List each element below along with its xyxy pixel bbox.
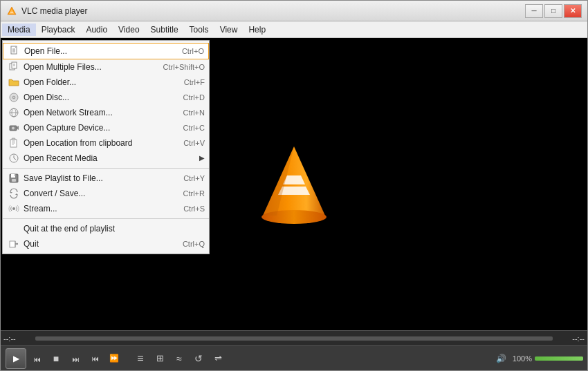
svg-rect-9 bbox=[12, 62, 17, 68]
prev-icon bbox=[33, 353, 41, 364]
play-button[interactable] bbox=[6, 348, 26, 369]
ext-button[interactable]: ⊞ bbox=[151, 350, 169, 368]
extended-icon: ⊞ bbox=[156, 353, 164, 363]
menu-media[interactable]: Media bbox=[2, 23, 36, 36]
volume-slider[interactable] bbox=[535, 356, 583, 361]
playlist-button[interactable] bbox=[131, 350, 149, 368]
window-title: VLC media player bbox=[21, 6, 525, 16]
svg-rect-32 bbox=[12, 179, 16, 182]
svg-rect-2 bbox=[10, 12, 13, 13]
skip-forward-button[interactable] bbox=[66, 350, 84, 368]
frame-fwd-icon: ⏩ bbox=[109, 354, 119, 363]
convert-shortcut: Ctrl+R bbox=[183, 189, 205, 198]
next-icon bbox=[72, 353, 80, 364]
menu-tools[interactable]: Tools bbox=[184, 21, 214, 37]
menu-view[interactable]: View bbox=[214, 21, 244, 37]
convert-label: Convert / Save... bbox=[24, 189, 169, 198]
recent-icon bbox=[7, 153, 21, 164]
menu-open-location[interactable]: Open Location from clipboard Ctrl+V bbox=[3, 135, 209, 151]
frame-fwd-button[interactable]: ⏩ bbox=[105, 350, 123, 368]
skip-back-button[interactable] bbox=[28, 350, 46, 368]
svg-marker-39 bbox=[17, 242, 18, 245]
menu-video[interactable]: Video bbox=[113, 21, 145, 37]
svg-point-35 bbox=[12, 207, 15, 210]
quit-icon bbox=[7, 238, 21, 249]
close-button[interactable]: ✕ bbox=[564, 4, 582, 18]
svg-line-28 bbox=[14, 158, 16, 160]
restore-button[interactable]: □ bbox=[544, 4, 562, 18]
menu-quit[interactable]: Quit Ctrl+Q bbox=[3, 236, 209, 251]
loop-icon: ↺ bbox=[194, 353, 203, 364]
window-controls: ─ □ ✕ bbox=[525, 4, 582, 18]
svg-rect-36 bbox=[10, 241, 15, 247]
progress-bar-area: --:-- --:-- bbox=[1, 330, 587, 345]
menu-open-multiple[interactable]: Open Multiple Files... Ctrl+Shift+O bbox=[3, 59, 209, 75]
save-playlist-label: Save Playlist to File... bbox=[24, 173, 169, 183]
vlc-cone bbox=[252, 140, 336, 229]
play-icon bbox=[13, 354, 19, 363]
menu-open-file[interactable]: Open File... Ctrl+O bbox=[3, 43, 209, 59]
open-capture-shortcut: Ctrl+C bbox=[183, 124, 205, 132]
menu-subtitle[interactable]: Subtitle bbox=[145, 21, 184, 37]
shuffle-icon: ⇌ bbox=[214, 353, 222, 363]
effects-icon: ≈ bbox=[176, 353, 182, 364]
stream-shortcut: Ctrl+S bbox=[183, 204, 205, 213]
open-disc-label: Open Disc... bbox=[24, 93, 169, 102]
capture-icon bbox=[7, 122, 21, 133]
menu-help[interactable]: Help bbox=[243, 21, 271, 37]
separator-2 bbox=[3, 218, 209, 219]
menu-bar: Media Open File... Ctrl+ bbox=[1, 21, 587, 38]
open-location-shortcut: Ctrl+V bbox=[183, 139, 205, 147]
save-playlist-icon bbox=[7, 173, 21, 184]
open-recent-arrow: ▶ bbox=[199, 154, 205, 162]
frame-back-button[interactable]: ⏮ bbox=[86, 350, 104, 368]
time-elapsed: --:-- bbox=[3, 334, 31, 343]
open-capture-label: Open Capture Device... bbox=[24, 123, 169, 133]
svg-marker-34 bbox=[10, 192, 12, 193]
stream-label: Stream... bbox=[24, 204, 169, 213]
menu-convert[interactable]: Convert / Save... Ctrl+R bbox=[3, 186, 209, 201]
svg-rect-31 bbox=[15, 174, 16, 176]
volume-fill bbox=[535, 356, 583, 361]
shuffle-button[interactable]: ⇌ bbox=[209, 350, 227, 368]
svg-point-14 bbox=[13, 97, 15, 98]
quit-shortcut: Ctrl+Q bbox=[183, 240, 205, 248]
menu-open-network[interactable]: Open Network Stream... Ctrl+N bbox=[3, 105, 209, 120]
title-bar: VLC media player ─ □ ✕ bbox=[1, 1, 587, 21]
network-icon bbox=[7, 107, 21, 118]
svg-rect-22 bbox=[12, 138, 15, 140]
open-multiple-shortcut: Ctrl+Shift+O bbox=[163, 63, 205, 71]
mute-button[interactable]: 🔊 bbox=[494, 350, 509, 368]
quit-end-icon bbox=[7, 223, 21, 234]
menu-quit-end[interactable]: Quit at the end of playlist bbox=[3, 221, 209, 236]
seek-bar[interactable] bbox=[35, 336, 553, 341]
minimize-button[interactable]: ─ bbox=[525, 4, 543, 18]
menu-stream[interactable]: Stream... Ctrl+S bbox=[3, 201, 209, 216]
quit-end-label: Quit at the end of playlist bbox=[24, 224, 191, 234]
open-file-label: Open File... bbox=[24, 46, 168, 56]
loop-button[interactable]: ↺ bbox=[190, 350, 208, 368]
convert-icon bbox=[7, 188, 21, 199]
menu-open-folder[interactable]: Open Folder... Ctrl+F bbox=[3, 75, 209, 90]
stop-icon bbox=[53, 353, 59, 364]
main-window: VLC media player ─ □ ✕ Media bbox=[0, 0, 588, 371]
menu-playback[interactable]: Playback bbox=[36, 21, 81, 37]
menu-open-capture[interactable]: Open Capture Device... Ctrl+C bbox=[3, 120, 209, 135]
stream-icon bbox=[7, 203, 21, 214]
time-total: --:-- bbox=[557, 334, 585, 343]
menu-save-playlist[interactable]: Save Playlist to File... Ctrl+Y bbox=[3, 171, 209, 186]
separator-1 bbox=[3, 168, 209, 169]
media-dropdown: Open File... Ctrl+O Open Multiple Files.… bbox=[2, 40, 210, 254]
multi-file-icon bbox=[7, 61, 21, 73]
menu-open-recent[interactable]: Open Recent Media ▶ bbox=[3, 151, 209, 166]
open-location-label: Open Location from clipboard bbox=[24, 138, 169, 148]
stop-button[interactable] bbox=[47, 350, 65, 368]
menu-open-disc[interactable]: Open Disc... Ctrl+D bbox=[3, 90, 209, 105]
open-network-shortcut: Ctrl+N bbox=[183, 108, 205, 117]
save-playlist-shortcut: Ctrl+Y bbox=[183, 174, 205, 182]
open-network-label: Open Network Stream... bbox=[24, 108, 169, 117]
frame-back-icon: ⏮ bbox=[91, 354, 99, 363]
media-menu-container: Media Open File... Ctrl+ bbox=[2, 23, 36, 36]
menu-audio[interactable]: Audio bbox=[80, 21, 113, 37]
effects-button[interactable]: ≈ bbox=[170, 350, 188, 368]
